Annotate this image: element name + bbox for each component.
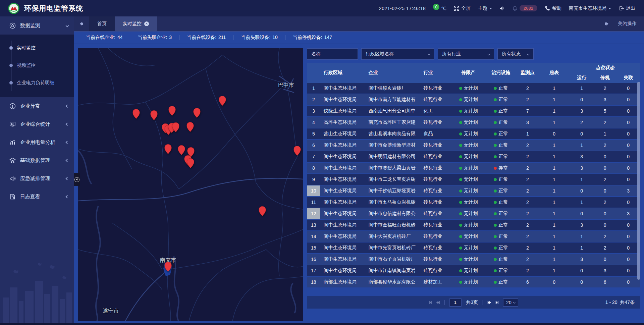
- map-pin[interactable]: [187, 158, 194, 169]
- sidebar-group-数据监测[interactable]: 数据监测: [0, 16, 74, 35]
- cell-industry: 砖瓦行业: [420, 151, 452, 163]
- chevron-down-icon: [489, 8, 492, 9]
- map-panel[interactable]: 巴中市南充市遂宁市: [78, 48, 303, 321]
- notifications[interactable]: 2632: [512, 5, 537, 11]
- cell-halt: 0: [593, 220, 617, 231]
- sidebar-group-应急减排管理[interactable]: 应急减排管理: [0, 169, 74, 187]
- help-button[interactable]: 帮助: [545, 5, 561, 11]
- table-row[interactable]: 11阆中生态环境局阆中市五马桥页岩机砖砖瓦行业无计划正常21120: [307, 197, 640, 208]
- last-page-button[interactable]: [496, 301, 498, 304]
- status-dot-icon: [494, 212, 497, 215]
- col-header-治污设施: 治污设施: [485, 63, 517, 83]
- chevron-left-icon: [66, 159, 69, 162]
- tabs-scroll-right-button[interactable]: [605, 22, 608, 25]
- table-row[interactable]: 13阆中生态环境局阆中市金福旺页岩机砖砖瓦行业无计划正常21300: [307, 220, 640, 231]
- sidebar-group-label: 企业综合统计: [20, 121, 50, 127]
- name-search-input[interactable]: 名称: [307, 48, 358, 60]
- sidebar-group-label: 日志查看: [20, 194, 40, 200]
- map-pin[interactable]: [169, 106, 176, 117]
- table-row[interactable]: 2阆中生态环境局阆中市南方节能建材有砖瓦行业无计划正常21030: [307, 94, 640, 106]
- tab-实时监控[interactable]: 实时监控✕: [115, 16, 157, 31]
- page-size-select[interactable]: 20: [503, 299, 518, 307]
- cell-lost: 0: [616, 83, 640, 94]
- cell-points: 2: [517, 185, 539, 197]
- table-row[interactable]: 7阆中生态环境局阆中明阳建材有限公司砖瓦行业无计划正常21300: [307, 151, 640, 163]
- logout-button[interactable]: 退出: [619, 5, 635, 11]
- cell-run: 1: [570, 242, 593, 254]
- cell-stop-production: 无计划: [452, 220, 485, 231]
- status-dot-icon: [494, 189, 497, 193]
- tab-首页[interactable]: 首页: [89, 16, 115, 31]
- table-row[interactable]: 9阆中生态环境局阆中市二龙长宝页岩砖砖瓦行业无计划正常21120: [307, 174, 640, 185]
- first-page-button[interactable]: [429, 301, 431, 304]
- sidebar-item-企业电力负荷明细[interactable]: 企业电力负荷明细: [0, 74, 74, 92]
- map-pin[interactable]: [172, 122, 179, 133]
- table-row[interactable]: 3仪陇生态环境局西南油气田分公司川中化工无计划正常71350: [307, 106, 640, 117]
- map-pin[interactable]: [132, 109, 140, 120]
- map-pin[interactable]: [219, 96, 226, 107]
- table-row[interactable]: 15阆中生态环境局阆中市光富页岩机砖厂砖瓦行业无计划正常21120: [307, 242, 640, 254]
- table-row[interactable]: 14阆中生态环境局阆中大兴页岩机砖厂砖瓦行业无计划正常21120: [307, 231, 640, 242]
- chevron-left-icon: [66, 122, 69, 126]
- next-page-button[interactable]: [488, 301, 491, 304]
- table-row[interactable]: 8阆中生态环境局阆中市枣碧大梁山页岩砖瓦行业无计划异常21300: [307, 163, 640, 174]
- page-number-input[interactable]: 1: [449, 299, 461, 307]
- city-label-巴中市: 巴中市: [278, 82, 294, 89]
- tab-close-icon[interactable]: ✕: [144, 21, 149, 26]
- sidebar-group-基础数据管理[interactable]: 基础数据管理: [0, 151, 74, 169]
- status-dot-icon: [494, 269, 497, 272]
- industry-select[interactable]: 所有行业: [438, 48, 494, 60]
- sound-mute-button[interactable]: [499, 6, 505, 11]
- cell-industry: 砖瓦行业: [420, 208, 452, 220]
- theme-dropdown[interactable]: 主题: [478, 5, 492, 11]
- map-pin[interactable]: [193, 108, 200, 119]
- cell-company: 阆中市江南镇阆南页岩: [365, 265, 420, 277]
- table-row[interactable]: 10阆中生态环境局阆中千佛镇五郎垭页岩砖瓦行业无计划正常21003: [307, 185, 640, 197]
- table-row[interactable]: 1阆中生态环境局阆中强锐页岩砖厂砖瓦行业无计划正常21120: [307, 83, 640, 94]
- cell-lost: 0: [616, 231, 640, 242]
- stat-label: 当前在线企业:: [86, 35, 115, 41]
- map-pin[interactable]: [178, 145, 185, 156]
- sidebar-group-企业异常[interactable]: 企业异常: [0, 97, 74, 115]
- map-pin[interactable]: [186, 122, 194, 133]
- sidebar-group-企业综合统计[interactable]: 企业综合统计: [0, 115, 74, 133]
- cell-stop-production: 无计划: [452, 83, 485, 94]
- table-row[interactable]: 17阆中生态环境局阆中市江南镇阆南页岩砖瓦行业无计划正常21030: [307, 265, 640, 277]
- table-row[interactable]: 4高坪生态环境局南充市高坪区王家店建砖瓦行业无计划正常31220: [307, 117, 640, 128]
- tabs-scroll-left-button[interactable]: [74, 16, 89, 31]
- table-row[interactable]: 5营山生态环境局营山县润丰肉食品有限食品无计划正常10010: [307, 128, 640, 140]
- cell-industry: 砖瓦行业: [420, 83, 452, 94]
- collapse-arrow-icon: [74, 177, 79, 182]
- sidebar-item-实时监控[interactable]: 实时监控: [0, 39, 74, 57]
- fullscreen-button[interactable]: 全屏: [454, 5, 471, 11]
- sidebar-collapse-handle[interactable]: [74, 173, 80, 186]
- map-pin[interactable]: [259, 206, 266, 217]
- table-row[interactable]: 16阆中生态环境局阆中市石子页岩机砖厂砖瓦行业无计划正常21300: [307, 254, 640, 265]
- map-pin[interactable]: [151, 110, 158, 121]
- region-select[interactable]: 行政区域名称: [361, 48, 434, 60]
- double-left-icon: [81, 22, 83, 25]
- close-operations-button[interactable]: 关闭操作: [618, 21, 637, 27]
- table-scrollbar[interactable]: [637, 82, 640, 280]
- sidebar-item-视频监控[interactable]: 视频监控: [0, 57, 74, 74]
- table-row[interactable]: 18南部生态环境局南部县砌华水泥有限公建材加工无计划正常60060: [307, 277, 640, 288]
- sidebar-group-日志查看[interactable]: 日志查看: [0, 187, 74, 206]
- status-dot-icon: [459, 247, 462, 250]
- table-row[interactable]: 12阆中生态环境局阆中市忠信建材有限公砖瓦行业无计划正常21003: [307, 208, 640, 220]
- app-title: 环保用电监管系统: [24, 4, 83, 13]
- map-pin[interactable]: [165, 262, 172, 273]
- chevron-left-icon: [66, 177, 69, 180]
- table-row[interactable]: 6阆中生态环境局阆中市金博瑞新型墙材砖瓦行业无计划正常21120: [307, 140, 640, 151]
- sidebar-group-企业用电量分析[interactable]: 企业用电量分析: [0, 133, 74, 151]
- cell-lost: 0: [616, 265, 640, 277]
- map-pin[interactable]: [165, 144, 172, 155]
- pagination-bar: 1 共3页 20 1 - 20 共47条: [307, 296, 640, 309]
- submenu-dot-icon: [9, 64, 13, 67]
- cell-meters: 1: [538, 94, 570, 106]
- prev-page-button[interactable]: [436, 301, 439, 304]
- cell-industry: 砖瓦行业: [420, 117, 452, 128]
- status-select[interactable]: 所有状态: [497, 48, 534, 60]
- org-dropdown[interactable]: 南充市生态环境局: [569, 5, 611, 11]
- map-pin[interactable]: [293, 146, 301, 157]
- cell-region: 阆中生态环境局: [320, 151, 365, 163]
